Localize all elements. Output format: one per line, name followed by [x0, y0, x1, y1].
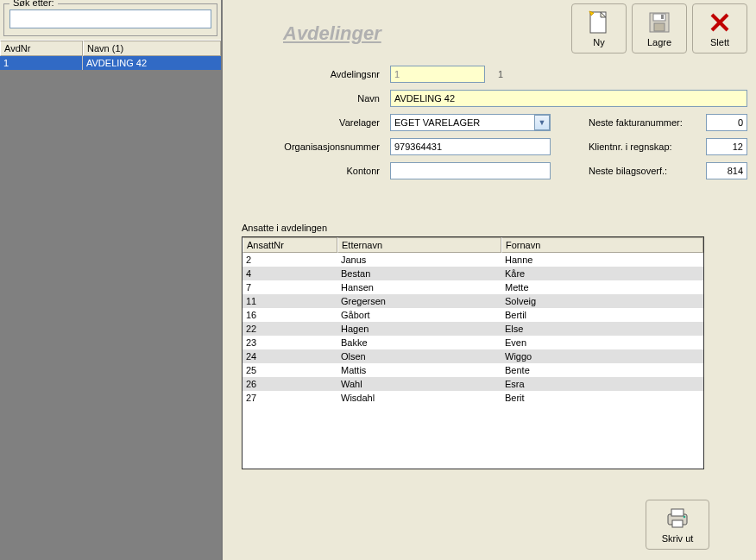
ansatte-cell-fornavn: Hanne — [501, 253, 703, 267]
new-file-icon — [586, 9, 612, 35]
ansatte-cell-etternavn: Bakke — [337, 336, 501, 349]
dept-list-header: AvdNr Navn (1) — [0, 40, 221, 56]
varelager-select[interactable]: EGET VARELAGER ▼ — [390, 114, 551, 131]
ansatte-rows: 2JanusHanne4BestanKåre7HansenMette11Greg… — [243, 253, 703, 405]
ansatte-cell-nr: 27 — [243, 391, 337, 405]
table-row[interactable]: 23BakkeEven — [243, 336, 703, 349]
search-box: Søk etter: — [3, 3, 217, 36]
toolbar: Ny Lagre — [571, 3, 747, 53]
delete-x-icon — [707, 9, 733, 35]
delete-button[interactable]: Slett — [692, 3, 747, 53]
varelager-value: EGET VARELAGER — [391, 117, 534, 128]
ansatte-cell-fornavn: Solveig — [501, 294, 703, 308]
kontonr-label: Kontonr — [247, 166, 385, 176]
table-row[interactable]: 22HagenElse — [243, 322, 703, 336]
ansatte-cell-fornavn: Else — [501, 322, 703, 336]
ansatte-cell-etternavn: Olsen — [337, 349, 501, 363]
ansatte-cell-etternavn: Mattis — [337, 363, 501, 377]
ansatte-cell-etternavn: Wahl — [337, 377, 501, 391]
neste-bilag-input[interactable] — [706, 162, 747, 179]
table-row[interactable]: 26WahlEsra — [243, 377, 703, 391]
right-panel: Ny Lagre — [223, 0, 756, 560]
neste-faktura-label: Neste fakturanummer: — [589, 117, 701, 128]
ansatte-cell-nr: 16 — [243, 308, 337, 322]
table-row[interactable]: 25MattisBente — [243, 363, 703, 377]
save-button[interactable]: Lagre — [632, 3, 687, 53]
svg-rect-10 — [671, 509, 684, 516]
ansatte-cell-etternavn: Wisdahl — [337, 391, 501, 405]
ansatte-cell-fornavn: Kåre — [501, 267, 703, 280]
search-label: Søk etter: — [9, 0, 58, 8]
ansatte-cell-etternavn: Hansen — [337, 280, 501, 294]
dept-row-navn: AVDELING 42 — [83, 56, 221, 70]
ansatte-cell-nr: 26 — [243, 377, 337, 391]
app-root: Søk etter: AvdNr Navn (1) 1 AVDELING 42 — [0, 0, 756, 560]
ansatte-header-fornavn[interactable]: Fornavn — [501, 237, 703, 253]
ansatte-cell-etternavn: Gåbort — [337, 308, 501, 322]
kontonr-input[interactable] — [390, 162, 551, 179]
ansatte-cell-fornavn: Wiggo — [501, 349, 703, 363]
klientnr-label: Klientnr. i regnskap: — [589, 142, 701, 152]
dept-list-body: 1 AVDELING 42 — [0, 56, 221, 560]
ansatte-cell-nr: 2 — [243, 253, 337, 267]
ansatte-title: Ansatte i avdelingen — [242, 223, 704, 233]
avdelingsnr-input — [390, 66, 485, 83]
floppy-icon — [646, 9, 672, 35]
dept-header-avdnr[interactable]: AvdNr — [0, 41, 83, 56]
navn-input[interactable] — [390, 90, 747, 107]
table-row[interactable]: 7HansenMette — [243, 280, 703, 294]
ansatte-cell-nr: 22 — [243, 322, 337, 336]
table-row[interactable]: 2JanusHanne — [243, 253, 703, 267]
ansatte-cell-etternavn: Gregersen — [337, 294, 501, 308]
ansatte-cell-etternavn: Hagen — [337, 322, 501, 336]
search-input[interactable] — [9, 9, 211, 28]
print-button[interactable]: Skriv ut — [646, 500, 709, 550]
svg-rect-6 — [661, 15, 664, 19]
ansatte-cell-etternavn: Janus — [337, 253, 501, 267]
avdelingsnr-label: Avdelingsnr — [247, 69, 385, 79]
form-area: Avdelingsnr 1 Navn Varelager EGET VARELA… — [247, 62, 747, 183]
ansatte-cell-nr: 24 — [243, 349, 337, 363]
left-panel: Søk etter: AvdNr Navn (1) 1 AVDELING 42 — [0, 0, 223, 560]
orgnr-input[interactable] — [390, 138, 551, 155]
ansatte-cell-fornavn: Bente — [501, 363, 703, 377]
ansatte-cell-fornavn: Mette — [501, 280, 703, 294]
print-button-label: Skriv ut — [662, 533, 694, 544]
ansatte-cell-nr: 7 — [243, 280, 337, 294]
navn-label: Navn — [247, 93, 385, 104]
dept-row-avdnr: 1 — [0, 56, 83, 70]
svg-rect-11 — [672, 520, 683, 527]
table-row[interactable]: 27WisdahlBerit — [243, 391, 703, 405]
ansatte-section: Ansatte i avdelingen AnsattNr Etternavn … — [242, 223, 704, 469]
ansatte-cell-etternavn: Bestan — [337, 267, 501, 280]
ansatte-cell-nr: 25 — [243, 363, 337, 377]
ansatte-header-nr[interactable]: AnsattNr — [243, 237, 337, 253]
print-button-wrap: Skriv ut — [646, 500, 709, 550]
svg-rect-5 — [654, 23, 665, 31]
printer-icon — [665, 506, 690, 532]
ansatte-cell-fornavn: Even — [501, 336, 703, 349]
neste-bilag-label: Neste bilagsoverf.: — [589, 166, 701, 176]
svg-point-12 — [684, 516, 686, 519]
ansatte-cell-fornavn: Esra — [501, 377, 703, 391]
new-button[interactable]: Ny — [571, 3, 627, 53]
table-row[interactable]: 4BestanKåre — [243, 267, 703, 280]
orgnr-label: Organisasjonsnummer — [247, 142, 385, 152]
table-row[interactable]: 11GregersenSolveig — [243, 294, 703, 308]
avdelingsnr-display: 1 — [490, 69, 511, 79]
delete-button-label: Slett — [710, 37, 729, 47]
dept-header-navn[interactable]: Navn (1) — [83, 41, 221, 56]
ansatte-table: AnsattNr Etternavn Fornavn 2JanusHanne4B… — [242, 236, 704, 469]
table-row[interactable]: 16GåbortBertil — [243, 308, 703, 322]
chevron-down-icon: ▼ — [534, 115, 550, 130]
dept-row[interactable]: 1 AVDELING 42 — [0, 56, 221, 70]
ansatte-cell-nr: 4 — [243, 267, 337, 280]
save-button-label: Lagre — [647, 37, 671, 47]
table-row[interactable]: 24OlsenWiggo — [243, 349, 703, 363]
varelager-label: Varelager — [247, 117, 385, 128]
neste-faktura-input[interactable] — [706, 114, 747, 131]
ansatte-cell-nr: 23 — [243, 336, 337, 349]
ansatte-header-etternavn[interactable]: Etternavn — [337, 237, 501, 253]
klientnr-input[interactable] — [706, 138, 747, 155]
ansatte-cell-fornavn: Bertil — [501, 308, 703, 322]
